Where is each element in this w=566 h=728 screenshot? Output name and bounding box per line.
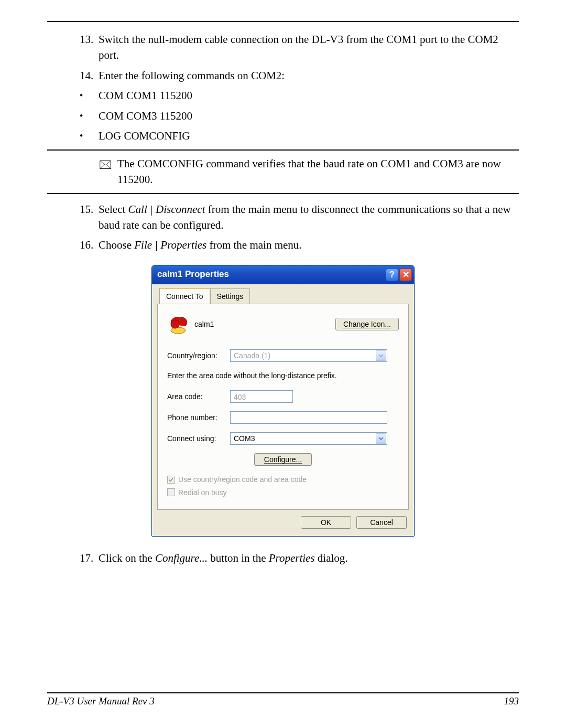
page-content: 13. Switch the null-modem cable connecti… (47, 31, 519, 566)
country-region-value: Canada (1) (234, 350, 270, 361)
tab-panel-connect: calm1 Change Icon... Country/region: Can… (157, 304, 409, 510)
use-country-code-label: Use country/region code and area code (178, 474, 307, 485)
phone-number-label: Phone number: (167, 412, 230, 423)
step-17: 17. Click on the Configure... button in … (80, 550, 519, 566)
dialog-title: calm1 Properties (157, 268, 385, 281)
connection-name: calm1 (194, 319, 335, 329)
phone-number-field (230, 411, 387, 424)
text-emphasis: Properties (269, 552, 315, 564)
bullet-text: COM COM3 115200 (99, 108, 519, 124)
note-text: The COMCONFIG command verifies that the … (117, 156, 519, 188)
chevron-down-icon (376, 350, 386, 361)
text-fragment: Click on the (99, 552, 155, 564)
svg-point-1 (171, 327, 186, 334)
use-country-code-checkbox (167, 476, 175, 484)
connect-using-row: Connect using: COM3 (167, 432, 399, 445)
step-16: 16. Choose File | Properties from the ma… (80, 237, 519, 253)
step-number: 16. (80, 237, 99, 253)
country-region-select: Canada (1) (230, 349, 387, 362)
text-fragment: button in the (208, 552, 269, 564)
area-code-label: Area code: (167, 391, 230, 402)
bullet-item: • COM COM3 115200 (80, 108, 519, 124)
footer-rule (47, 692, 519, 693)
page-footer: DL-V3 User Manual Rev 3 193 (47, 692, 519, 707)
area-code-helper: Enter the area code without the long-dis… (167, 370, 399, 381)
step-14: 14. Enter the following commands on COM2… (80, 68, 519, 83)
change-icon-button[interactable]: Change Icon... (335, 318, 399, 330)
connect-using-value: COM3 (234, 433, 255, 444)
tab-strip: Connect To Settings (152, 284, 414, 304)
dialog-button-row: OK Cancel (152, 510, 414, 536)
ok-button[interactable]: OK (301, 516, 351, 529)
configure-row: Configure... (167, 453, 399, 466)
bullet: • (80, 88, 99, 103)
bullet: • (80, 108, 99, 124)
step-13: 13. Switch the null-modem cable connecti… (80, 31, 519, 63)
help-button[interactable]: ? (386, 269, 398, 281)
connect-using-select[interactable]: COM3 (230, 432, 387, 445)
bullet-item: • LOG COMCONFIG (80, 128, 519, 144)
bullet-item: • COM COM1 115200 (80, 88, 519, 103)
step-text: Choose File | Properties from the main m… (99, 237, 519, 253)
redial-on-busy-row: Redial on busy (167, 487, 399, 498)
redial-on-busy-label: Redial on busy (178, 487, 227, 498)
dialog-titlebar[interactable]: calm1 Properties ? ✕ (152, 265, 414, 284)
bullet: • (80, 128, 99, 144)
step-text: Switch the null-modem cable connection o… (99, 31, 519, 63)
text-emphasis: Configure... (155, 552, 208, 564)
close-button[interactable]: ✕ (399, 269, 412, 281)
cancel-button[interactable]: Cancel (356, 516, 407, 529)
redial-on-busy-checkbox (167, 488, 175, 496)
text-fragment: Choose (99, 239, 134, 251)
footer-page-number: 193 (504, 695, 519, 707)
bullet-text: LOG COMCONFIG (99, 128, 519, 144)
text-fragment: dialog. (315, 552, 348, 564)
area-code-row: Area code: 403 (167, 390, 399, 403)
tab-settings[interactable]: Settings (210, 288, 251, 304)
dialog-figure: calm1 Properties ? ✕ Connect To Settings (47, 265, 519, 537)
country-region-label: Country/region: (167, 350, 230, 361)
text-emphasis: Call | Disconnect (128, 203, 205, 216)
connect-using-label: Connect using: (167, 433, 230, 444)
country-region-row: Country/region: Canada (1) (167, 349, 399, 362)
svg-point-2 (171, 320, 179, 328)
note-rule-bottom (47, 193, 519, 194)
text-fragment: from the main menu. (206, 239, 301, 251)
phone-number-row: Phone number: (167, 411, 399, 424)
step-text: Click on the Configure... button in the … (99, 550, 519, 566)
bullet-text: COM COM1 115200 (99, 88, 519, 103)
step-number: 14. (80, 68, 99, 83)
footer-left: DL-V3 User Manual Rev 3 (47, 695, 155, 707)
connection-icon (167, 314, 190, 335)
text-fragment: Select (99, 203, 128, 216)
note-box: The COMCONFIG command verifies that the … (47, 151, 519, 193)
configure-button[interactable]: Configure... (254, 453, 312, 466)
use-country-code-row: Use country/region code and area code (167, 474, 399, 485)
step-text: Enter the following commands on COM2: (99, 68, 519, 83)
step-number: 15. (80, 201, 99, 233)
chevron-down-icon[interactable] (376, 433, 386, 444)
step-text: Select Call | Disconnect from the main m… (99, 201, 519, 233)
step-15: 15. Select Call | Disconnect from the ma… (80, 201, 519, 233)
text-emphasis: File | Properties (134, 239, 206, 251)
page-top-rule (47, 21, 519, 22)
connection-header: calm1 Change Icon... (167, 314, 399, 335)
step-number: 13. (80, 31, 99, 63)
tab-connect-to[interactable]: Connect To (159, 288, 210, 304)
properties-dialog: calm1 Properties ? ✕ Connect To Settings (151, 265, 415, 537)
envelope-icon (100, 156, 117, 188)
step-number: 17. (80, 550, 99, 566)
area-code-field: 403 (230, 390, 293, 403)
